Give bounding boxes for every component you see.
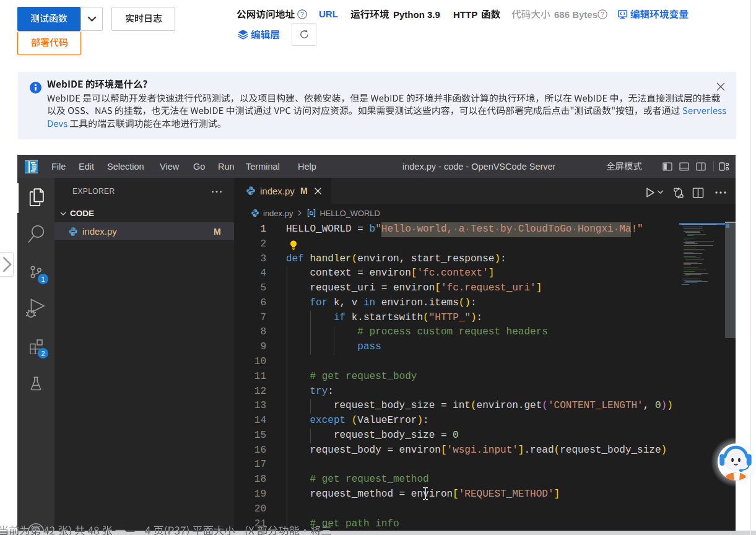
svg-text:?: ? [601, 11, 604, 18]
svg-text:?: ? [300, 11, 304, 18]
